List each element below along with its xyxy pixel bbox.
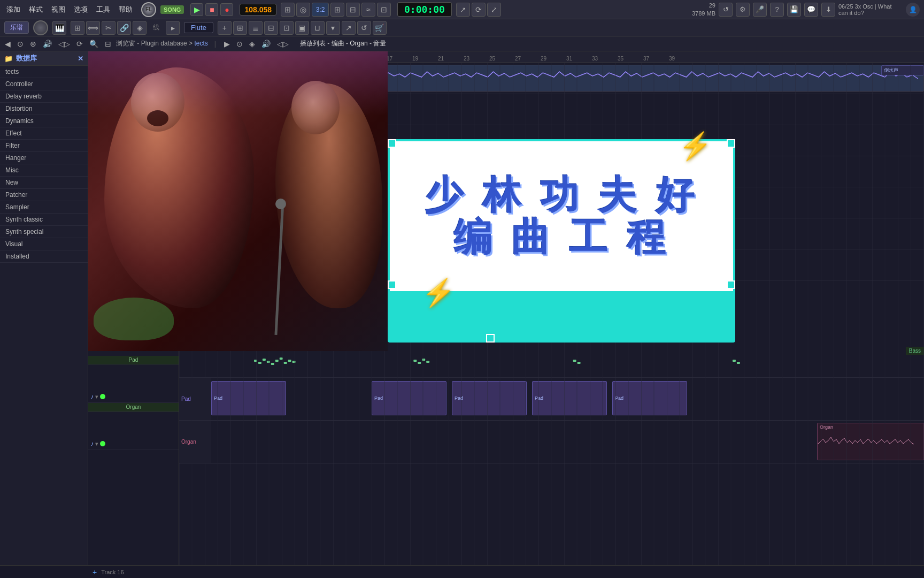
- pad-block-4[interactable]: Pad: [532, 381, 607, 415]
- arrow-icon[interactable]: ↗: [456, 3, 470, 17]
- toolbar-icon-2[interactable]: ◎: [296, 3, 310, 17]
- cpu-btn[interactable]: ⚙: [736, 3, 750, 17]
- add-track-plus[interactable]: +: [93, 568, 97, 576]
- sidebar-item-synth-special[interactable]: Synth special: [0, 226, 88, 238]
- pad-block-3[interactable]: Pad: [452, 381, 527, 415]
- toolbar-icon-6[interactable]: ≈: [361, 3, 375, 17]
- cr-pad-active[interactable]: [100, 394, 105, 399]
- chat-btn[interactable]: 💬: [804, 3, 818, 17]
- mic-btn[interactable]: 🎤: [753, 3, 767, 17]
- sidebar-item-sampler[interactable]: Sampler: [0, 201, 88, 214]
- sidebar-item-installed[interactable]: Installed: [0, 250, 88, 263]
- playlist-icon-1[interactable]: ⊙: [235, 40, 244, 48]
- score-btn[interactable]: 乐谱: [4, 21, 29, 34]
- dl-btn[interactable]: ⬇: [821, 3, 835, 17]
- reverse-water-block[interactable]: 倒水声: [881, 65, 924, 75]
- sidebar-item-dynamics[interactable]: Dynamics: [0, 115, 88, 127]
- menu-style[interactable]: 样式: [25, 3, 47, 17]
- cr-organ-down[interactable]: ▾: [95, 440, 98, 447]
- sidebar-item-new[interactable]: New: [0, 177, 88, 189]
- tb2-9[interactable]: ≣: [249, 21, 263, 35]
- tb2-3[interactable]: ✂: [102, 21, 116, 35]
- reset-btn[interactable]: ↺: [719, 3, 733, 17]
- nav-icon-1[interactable]: ⊙: [16, 40, 25, 48]
- menu-view[interactable]: 视图: [47, 3, 70, 17]
- cr-pad-down[interactable]: ▾: [95, 393, 98, 400]
- cr-organ-note[interactable]: ♪: [90, 440, 94, 447]
- save-btn[interactable]: 💾: [787, 3, 801, 17]
- corner-handle-tr[interactable]: [727, 139, 735, 148]
- tb2-10[interactable]: ⊟: [264, 21, 278, 35]
- sidebar-item-controller[interactable]: Controller: [0, 78, 88, 90]
- song-badge[interactable]: SONG: [160, 5, 184, 14]
- nav-icon-3[interactable]: 🔊: [41, 40, 53, 48]
- playlist-icon-2[interactable]: ◈: [248, 40, 257, 48]
- toolbar-icon-1[interactable]: ⊞: [281, 3, 295, 17]
- menu-help[interactable]: 帮助: [114, 3, 137, 17]
- tb2-11[interactable]: ⊡: [280, 21, 294, 35]
- tb2-2[interactable]: ⟺: [86, 21, 100, 35]
- tb2-12[interactable]: ▣: [295, 21, 309, 35]
- menu-options[interactable]: 选项: [70, 3, 92, 17]
- pad-block-5[interactable]: Pad: [612, 381, 687, 415]
- random-icon[interactable]: ⤢: [487, 3, 501, 17]
- playlist-play[interactable]: ▶: [222, 40, 232, 48]
- playlist-icon-3[interactable]: 🔊: [260, 40, 272, 48]
- sidebar-item-hanger[interactable]: Hanger: [0, 152, 88, 164]
- menu-tools[interactable]: 工具: [92, 3, 114, 17]
- help-btn[interactable]: ?: [770, 3, 784, 17]
- tb2-17[interactable]: 🛒: [373, 21, 387, 35]
- instrument-name[interactable]: Flute: [184, 22, 213, 33]
- corner-handle-tl[interactable]: [388, 139, 396, 148]
- corner-handle-ml[interactable]: [388, 280, 396, 289]
- sidebar-item-effect[interactable]: Effect: [0, 127, 88, 140]
- sidebar-close[interactable]: ✕: [78, 55, 83, 63]
- sidebar-item-visual[interactable]: Visual: [0, 238, 88, 250]
- tb2-13[interactable]: ⊔: [311, 21, 325, 35]
- play-button[interactable]: ▶: [190, 3, 203, 16]
- cr-pad-note[interactable]: ♪: [90, 393, 94, 400]
- tb2-1[interactable]: ⊞: [71, 21, 84, 35]
- corner-handle-bl[interactable]: [486, 334, 495, 343]
- nav-icon-5[interactable]: ⟳: [75, 40, 84, 48]
- tb2-14[interactable]: ▾: [326, 21, 340, 35]
- sidebar-item-tects[interactable]: tects: [0, 66, 88, 78]
- tb2-6[interactable]: ▸: [166, 21, 180, 35]
- sidebar-item-synth-classic[interactable]: Synth classic: [0, 214, 88, 226]
- tb2-16[interactable]: ↺: [357, 21, 371, 35]
- loop-icon[interactable]: ⟳: [472, 3, 486, 17]
- piano-icon[interactable]: 🎹: [52, 21, 66, 35]
- playlist-icon-4[interactable]: ◁▷: [275, 40, 290, 48]
- tb2-4[interactable]: 🔗: [117, 21, 131, 35]
- toolbar-icon-3[interactable]: 3:2: [312, 3, 329, 17]
- nav-icon-6[interactable]: 🔍: [88, 40, 100, 48]
- sidebar-item-misc[interactable]: Misc: [0, 164, 88, 177]
- stop-button[interactable]: ■: [205, 3, 218, 16]
- tb2-7[interactable]: +: [218, 21, 232, 35]
- sidebar-item-filter[interactable]: Filter: [0, 140, 88, 152]
- nav-icon-2[interactable]: ⊛: [28, 40, 38, 48]
- tb2-5[interactable]: ◈: [133, 21, 147, 35]
- record-button[interactable]: ●: [220, 3, 233, 16]
- pad-block-2[interactable]: Pad: [372, 381, 446, 415]
- menu-add[interactable]: 添加: [2, 3, 25, 17]
- cr-organ-active[interactable]: [100, 441, 105, 446]
- user-avatar[interactable]: 👤: [906, 3, 920, 17]
- sidebar-item-distortion[interactable]: Distortion: [0, 103, 88, 115]
- pad-block-1[interactable]: Pad: [211, 381, 286, 415]
- fl-logo[interactable]: FL: [141, 2, 156, 17]
- bpm-display[interactable]: 108.058: [240, 4, 276, 16]
- score-logo[interactable]: [33, 20, 48, 35]
- toolbar-icon-4[interactable]: ⊞: [330, 3, 344, 17]
- toolbar-icon-5[interactable]: ⊟: [346, 3, 360, 17]
- tb2-8[interactable]: ⊞: [233, 21, 247, 35]
- sidebar-item-delay[interactable]: Delay reverb: [0, 90, 88, 103]
- tb2-15[interactable]: ↗: [342, 21, 356, 35]
- nav-icon-4[interactable]: ◁▷: [57, 40, 72, 48]
- back-btn[interactable]: ◀: [3, 40, 12, 48]
- corner-handle-mr[interactable]: [727, 280, 735, 289]
- nav-icon-7[interactable]: ⊟: [103, 40, 113, 48]
- toolbar-icon-7[interactable]: ⊡: [377, 3, 391, 17]
- organ-block-right[interactable]: Organ: [817, 423, 924, 460]
- sidebar-item-patcher[interactable]: Patcher: [0, 189, 88, 201]
